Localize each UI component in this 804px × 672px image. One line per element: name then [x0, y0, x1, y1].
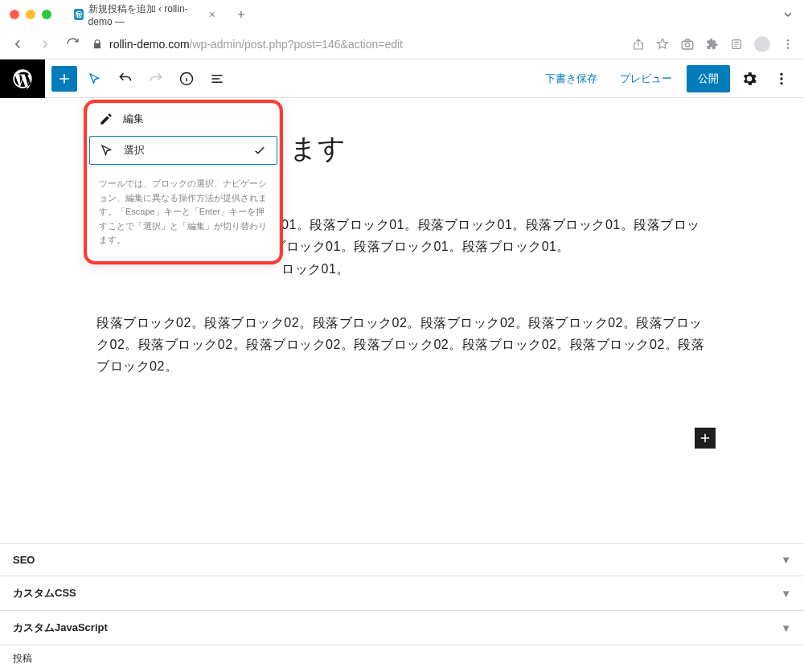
chevron-down-icon: ▼ — [781, 622, 791, 634]
minimize-window-button[interactable] — [26, 10, 35, 19]
forward-button[interactable] — [37, 36, 53, 52]
browser-tab[interactable]: 新規投稿を追加 ‹ rollin-demo — × — [64, 3, 225, 26]
tools-button[interactable] — [82, 66, 108, 92]
svg-point-7 — [780, 72, 782, 75]
tab-title: 新規投稿を追加 ‹ rollin-demo — — [88, 2, 201, 27]
chevron-down-icon: ▼ — [781, 588, 791, 600]
meta-js-label: カスタムJavaScript — [13, 621, 108, 635]
extensions-icon[interactable] — [706, 38, 719, 51]
lock-icon — [92, 39, 103, 50]
check-icon — [252, 143, 267, 158]
svg-point-4 — [787, 43, 790, 45]
chevron-down-icon[interactable] — [781, 8, 794, 21]
undo-button[interactable] — [113, 66, 138, 92]
chevron-down-icon: ▼ — [781, 554, 791, 566]
add-block-button[interactable] — [51, 66, 77, 92]
select-mode-label: 選択 — [124, 143, 145, 158]
maximize-window-button[interactable] — [42, 10, 51, 19]
select-mode-option[interactable]: 選択 — [89, 136, 277, 165]
wordpress-logo[interactable] — [0, 59, 45, 98]
pencil-icon — [99, 112, 113, 126]
meta-post-label: 投稿 — [13, 652, 32, 666]
tools-dropdown: 編集 選択 ツールでは、ブロックの選択、ナビゲーション、編集に異なる操作方法が提… — [87, 103, 280, 261]
reload-button[interactable] — [64, 36, 80, 52]
star-icon[interactable] — [656, 38, 669, 51]
preview-button[interactable]: プレビュー — [612, 67, 680, 91]
share-icon[interactable] — [632, 38, 645, 51]
window-controls — [10, 10, 51, 19]
block-inserter-button[interactable] — [695, 428, 716, 449]
close-tab-icon[interactable]: × — [209, 8, 215, 21]
tools-description: ツールでは、ブロックの選択、ナビゲーション、編集に異なる操作方法が提供されます。… — [88, 167, 279, 260]
cursor-icon — [100, 143, 114, 158]
settings-button[interactable] — [736, 66, 762, 92]
close-window-button[interactable] — [10, 10, 19, 19]
list-view-button[interactable] — [204, 66, 230, 92]
meta-seo[interactable]: SEO ▼ — [0, 543, 804, 576]
back-button[interactable] — [10, 36, 26, 52]
new-tab-button[interactable] — [230, 3, 252, 26]
menu-icon[interactable] — [781, 38, 794, 51]
meta-seo-label: SEO — [13, 554, 35, 566]
options-button[interactable] — [769, 66, 794, 92]
wordpress-favicon-icon — [74, 9, 84, 20]
url-field[interactable]: rollin-demo.com/wp-admin/post.php?post=1… — [92, 38, 621, 51]
address-bar: rollin-demo.com/wp-admin/post.php?post=1… — [0, 29, 804, 59]
svg-point-8 — [780, 77, 782, 80]
edit-mode-label: 編集 — [123, 112, 144, 126]
meta-css-label: カスタムCSS — [13, 586, 76, 600]
meta-custom-js[interactable]: カスタムJavaScript ▼ — [0, 610, 804, 645]
svg-point-9 — [780, 82, 782, 84]
edit-mode-option[interactable]: 編集 — [88, 104, 279, 134]
svg-point-3 — [787, 39, 790, 42]
meta-custom-css[interactable]: カスタムCSS ▼ — [0, 576, 804, 610]
editor-toolbar: 下書き保存 プレビュー 公開 — [0, 59, 804, 98]
window-titlebar: 新規投稿を追加 ‹ rollin-demo — × — [0, 0, 804, 29]
reading-list-icon[interactable] — [730, 38, 743, 51]
meta-post[interactable]: 投稿 — [0, 645, 804, 672]
publish-button[interactable]: 公開 — [687, 65, 730, 92]
profile-avatar[interactable] — [754, 36, 770, 52]
svg-point-5 — [787, 47, 790, 49]
details-button[interactable] — [174, 66, 199, 92]
paragraph-block-2[interactable]: 段落ブロック02。段落ブロック02。段落ブロック02。段落ブロック02。段落ブロ… — [96, 312, 708, 378]
save-draft-button[interactable]: 下書き保存 — [537, 67, 605, 91]
svg-point-1 — [685, 43, 689, 47]
camera-icon[interactable] — [680, 37, 695, 51]
redo-button[interactable] — [143, 66, 169, 92]
url-text: rollin-demo.com/wp-admin/post.php?post=1… — [109, 38, 403, 51]
meta-boxes: SEO ▼ カスタムCSS ▼ カスタムJavaScript ▼ 投稿 — [0, 543, 804, 672]
